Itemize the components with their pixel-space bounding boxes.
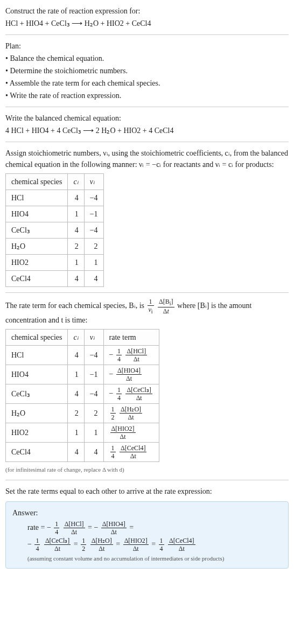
cell-vi: −4 bbox=[84, 384, 103, 404]
cell-ci: 4 bbox=[68, 222, 84, 239]
answer-note: (assuming constant volume and no accumul… bbox=[27, 554, 282, 563]
col-species: chemical species bbox=[6, 174, 68, 190]
stoich-intro: Assign stoichiometric numbers, νᵢ, using… bbox=[5, 148, 289, 170]
divider bbox=[5, 292, 289, 293]
frac-one-over-nu: 1νi bbox=[148, 298, 154, 314]
cell-species: HCl bbox=[6, 190, 68, 206]
col-species: chemical species bbox=[6, 330, 68, 346]
cell-rateterm: − 14 Δ[CeCl₃]Δt bbox=[103, 384, 159, 404]
table-row: CeCl₃4−4 bbox=[6, 222, 104, 239]
table-row: HIO211 bbox=[6, 255, 104, 271]
rate-expression: rate = − 14 Δ[HCl]Δt = − Δ[HIO4]Δt = − 1… bbox=[27, 521, 282, 552]
rateterm-intro: The rate term for each chemical species,… bbox=[5, 298, 289, 326]
cell-species: CeCl4 bbox=[6, 443, 68, 462]
cell-ci: 4 bbox=[68, 443, 84, 462]
cell-vi: −4 bbox=[84, 346, 103, 365]
plan-title: Plan: bbox=[5, 40, 289, 52]
cell-ci: 1 bbox=[68, 365, 84, 384]
table-row: HIO41−1 bbox=[6, 206, 104, 222]
answer-box: Answer: rate = − 14 Δ[HCl]Δt = − Δ[HIO4]… bbox=[5, 501, 289, 569]
table-row: H₂O2212 Δ[H₂O]Δt bbox=[6, 404, 159, 423]
cell-ci: 4 bbox=[68, 190, 84, 206]
plan-item: • Determine the stoichiometric numbers. bbox=[5, 65, 289, 76]
col-ci: cᵢ bbox=[68, 174, 84, 190]
cell-ci: 1 bbox=[68, 423, 84, 443]
col-ci: cᵢ bbox=[68, 330, 84, 346]
table-row: H₂O22 bbox=[6, 239, 104, 255]
cell-ci: 1 bbox=[68, 255, 84, 271]
intro-title: Construct the rate of reaction expressio… bbox=[5, 5, 289, 17]
cell-species: CeCl4 bbox=[6, 271, 68, 287]
table-row: CeCl444 bbox=[6, 271, 104, 287]
cell-species: HCl bbox=[6, 346, 68, 365]
table-row: HCl4−4− 14 Δ[HCl]Δt bbox=[6, 346, 159, 365]
table-row: CeCl₃4−4− 14 Δ[CeCl₃]Δt bbox=[6, 384, 159, 404]
cell-ci: 4 bbox=[68, 346, 84, 365]
cell-vi: 1 bbox=[84, 255, 103, 271]
plan-item: • Write the rate of reaction expression. bbox=[5, 90, 289, 101]
cell-species: H₂O bbox=[6, 239, 68, 255]
intro-equation: HCl + HIO4 + CeCl₃ ⟶ H₂O + HIO2 + CeCl4 bbox=[5, 18, 289, 29]
balanced-equation: 4 HCl + HIO4 + 4 CeCl₃ ⟶ 2 H₂O + HIO2 + … bbox=[5, 125, 289, 136]
table-row: HIO211Δ[HIO2]Δt bbox=[6, 423, 159, 443]
col-vi: νᵢ bbox=[84, 174, 103, 190]
cell-vi: −1 bbox=[84, 365, 103, 384]
cell-species: CeCl₃ bbox=[6, 384, 68, 404]
stoich-table: chemical species cᵢ νᵢ HCl4−4HIO41−1CeCl… bbox=[5, 173, 104, 287]
table2-note: (for infinitesimal rate of change, repla… bbox=[5, 465, 289, 474]
cell-rateterm: − Δ[HIO4]Δt bbox=[103, 365, 159, 384]
cell-species: HIO4 bbox=[6, 206, 68, 222]
cell-vi: −4 bbox=[84, 222, 103, 239]
table-row: CeCl44414 Δ[CeCl4]Δt bbox=[6, 443, 159, 462]
divider bbox=[5, 107, 289, 107]
table-row: HCl4−4 bbox=[6, 190, 104, 206]
cell-species: H₂O bbox=[6, 404, 68, 423]
col-vi: νᵢ bbox=[84, 330, 103, 346]
cell-rateterm: 14 Δ[CeCl4]Δt bbox=[103, 443, 159, 462]
cell-vi: 1 bbox=[84, 423, 103, 443]
cell-rateterm: 12 Δ[H₂O]Δt bbox=[103, 404, 159, 423]
cell-vi: 2 bbox=[84, 239, 103, 255]
table-row: HIO41−1− Δ[HIO4]Δt bbox=[6, 365, 159, 384]
divider bbox=[5, 142, 289, 142]
balanced-title: Write the balanced chemical equation: bbox=[5, 113, 289, 124]
cell-ci: 2 bbox=[68, 239, 84, 255]
cell-rateterm: − 14 Δ[HCl]Δt bbox=[103, 346, 159, 365]
plan-item: • Balance the chemical equation. bbox=[5, 53, 289, 64]
final-intro: Set the rate terms equal to each other t… bbox=[5, 486, 289, 497]
divider bbox=[5, 480, 289, 480]
cell-species: HIO2 bbox=[6, 423, 68, 443]
cell-ci: 2 bbox=[68, 404, 84, 423]
cell-species: HIO2 bbox=[6, 255, 68, 271]
cell-vi: 4 bbox=[84, 271, 103, 287]
rateterm-table: chemical species cᵢ νᵢ rate term HCl4−4−… bbox=[5, 329, 159, 462]
col-rateterm: rate term bbox=[103, 330, 159, 346]
cell-vi: 2 bbox=[84, 404, 103, 423]
cell-ci: 4 bbox=[68, 384, 84, 404]
cell-vi: 4 bbox=[84, 443, 103, 462]
divider bbox=[5, 34, 289, 35]
plan-item: • Assemble the rate term for each chemic… bbox=[5, 78, 289, 89]
answer-label: Answer: bbox=[12, 507, 282, 519]
cell-rateterm: Δ[HIO2]Δt bbox=[103, 423, 159, 443]
cell-ci: 4 bbox=[68, 271, 84, 287]
cell-vi: −4 bbox=[84, 190, 103, 206]
cell-species: HIO4 bbox=[6, 365, 68, 384]
cell-vi: −1 bbox=[84, 206, 103, 222]
cell-ci: 1 bbox=[68, 206, 84, 222]
frac-dBi-dt: Δ[Bi]Δt bbox=[158, 298, 174, 314]
cell-species: CeCl₃ bbox=[6, 222, 68, 239]
